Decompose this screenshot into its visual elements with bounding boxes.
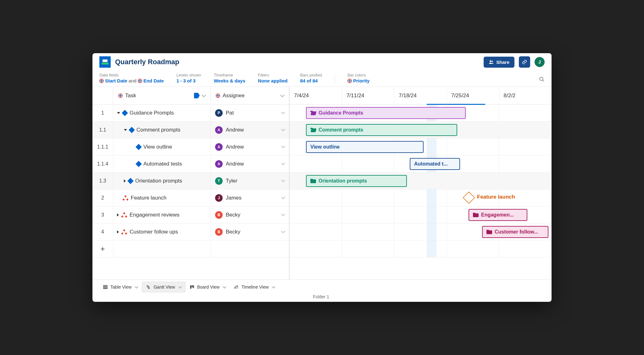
assignee-cell[interactable]: TTyler [211, 172, 289, 189]
svg-point-0 [490, 60, 491, 62]
row-number: 3 [92, 206, 113, 223]
col-assignee-header[interactable]: Assignee [211, 87, 289, 104]
date-col[interactable]: 7/25/24 [447, 87, 499, 104]
task-name: Automated tests [143, 161, 182, 167]
assignee-avatar: A [215, 143, 223, 151]
milestone-label: Feature launch [477, 194, 515, 200]
date-col[interactable]: 7/11/24 [342, 87, 395, 104]
search-icon [539, 76, 545, 82]
assignee-avatar: B [215, 211, 223, 219]
gantt-bar-view-outline[interactable]: View outline [306, 141, 424, 153]
task-row[interactable]: 1.3Orientation promptsTTyler [92, 172, 289, 189]
task-cell[interactable]: Engagement reviews [113, 206, 211, 223]
tab-board-view[interactable]: Board View [186, 282, 230, 292]
chevron-down-icon [281, 195, 285, 199]
date-col[interactable]: 7/4/24 [290, 87, 342, 104]
caret-right-icon[interactable] [117, 213, 119, 217]
task-row[interactable]: 1.1Comment promptsAAndrew [92, 121, 289, 138]
share-button[interactable]: Share [484, 57, 514, 68]
chevron-down-icon [202, 93, 206, 97]
add-row[interactable]: + [92, 240, 289, 257]
table-icon [103, 285, 108, 290]
task-cell[interactable]: View outline [113, 138, 211, 155]
config-date-fields[interactable]: Date fields Start Date and End Date [99, 73, 164, 83]
folder-open-icon [310, 128, 316, 132]
config-bars[interactable]: Bars plotted 84 of 84 [300, 73, 322, 83]
tab-gantt-view[interactable]: Gantt View [142, 282, 185, 292]
gantt-row: Comment prompts [290, 121, 552, 138]
column-headers: Task Assignee [92, 87, 289, 104]
diamond-icon [129, 127, 135, 133]
milestone-feature-launch[interactable] [463, 191, 475, 204]
gantt-bar-engagement[interactable]: Engagemen... [469, 209, 527, 221]
caret-right-icon[interactable] [117, 230, 119, 234]
chevron-down-icon [281, 110, 285, 114]
app-logo [99, 56, 111, 68]
date-col[interactable]: 7/18/24 [394, 87, 447, 104]
assignee-cell[interactable]: AAndrew [211, 155, 289, 172]
people-icon [489, 59, 494, 65]
svg-point-10 [237, 286, 238, 287]
task-cell[interactable]: Comment prompts [113, 121, 211, 138]
task-row[interactable]: 2Feature launchJJames [92, 189, 289, 206]
chevron-down-icon [281, 212, 285, 216]
task-cell[interactable]: Customer follow ups [113, 223, 211, 240]
config-filters[interactable]: Filters None applied [258, 73, 287, 83]
assignee-cell[interactable]: BBecky [211, 223, 289, 240]
task-panel: Task Assignee 1Guidance PromptsPPat1.1Co… [92, 87, 290, 279]
tab-table-view[interactable]: Table View [99, 282, 142, 292]
task-row[interactable]: 1.1.1View outlineAAndrew [92, 138, 289, 155]
task-row[interactable]: 4Customer follow upsBBecky [92, 223, 289, 240]
folder-selector[interactable]: Folder 1 [92, 292, 552, 302]
task-name: Customer follow ups [130, 229, 178, 235]
priority-dots-icon [123, 195, 128, 200]
assignee-name: Andrew [226, 144, 244, 150]
row-number: 2 [92, 189, 113, 206]
svg-point-1 [492, 61, 493, 62]
task-cell[interactable]: Guidance Prompts [113, 104, 211, 121]
chevron-down-icon [280, 93, 285, 97]
assignee-avatar: J [215, 194, 223, 202]
row-number: 1.1 [92, 121, 113, 138]
gantt-bar-guidance-prompts[interactable]: Guidance Prompts [306, 107, 466, 119]
gantt-row: Customer follow... [290, 223, 552, 240]
gantt-bar-comment-prompts[interactable]: Comment prompts [306, 124, 457, 136]
user-avatar[interactable]: J [535, 57, 545, 67]
assignee-cell[interactable]: BBecky [211, 206, 289, 223]
gantt-bar-orientation-prompts[interactable]: Orientation prompts [306, 175, 407, 187]
config-bar-colors[interactable]: Bar colors Priority [347, 73, 370, 83]
caret-right-icon[interactable] [124, 179, 126, 183]
globe-icon [118, 93, 123, 98]
row-number: 1 [92, 104, 113, 121]
priority-dots-icon [121, 212, 127, 217]
task-name: Engagement reviews [130, 212, 180, 218]
assignee-cell[interactable]: PPat [211, 104, 289, 121]
assignee-cell[interactable]: AAndrew [211, 138, 289, 155]
task-row[interactable]: 1Guidance PromptsPPat [92, 104, 289, 121]
caret-down-icon[interactable] [124, 129, 127, 131]
config-levels[interactable]: Levels shown 1 - 3 of 3 [176, 73, 201, 83]
assignee-cell[interactable]: JJames [211, 189, 289, 206]
gantt-bar-automated-tests[interactable]: Automated t... [410, 158, 460, 170]
assignee-name: Pat [226, 110, 234, 116]
tag-icon [194, 93, 200, 99]
task-row[interactable]: 3Engagement reviewsBBecky [92, 206, 289, 223]
task-cell[interactable]: Feature launch [113, 189, 211, 206]
copy-link-button[interactable] [519, 56, 530, 68]
gantt-bar-customer-followups[interactable]: Customer follow... [482, 226, 548, 238]
globe-icon [347, 79, 352, 83]
task-row[interactable]: 1.1.4Automated testsAAndrew [92, 155, 289, 172]
task-cell[interactable]: Automated tests [113, 155, 211, 172]
folder-open-icon [310, 111, 316, 115]
caret-down-icon[interactable] [117, 112, 120, 114]
svg-rect-7 [190, 285, 191, 289]
config-timeframe[interactable]: Timeframe Weeks & days [214, 73, 246, 83]
date-col[interactable]: 8/2/2 [499, 87, 552, 104]
tab-timeline-view[interactable]: Timeline View [230, 282, 279, 292]
search-button[interactable] [539, 76, 545, 83]
task-cell[interactable]: Orientation prompts [113, 172, 211, 189]
col-task-header[interactable]: Task [113, 87, 211, 104]
assignee-cell[interactable]: AAndrew [211, 121, 289, 138]
task-name: Feature launch [131, 195, 166, 201]
assignee-name: Becky [226, 229, 240, 235]
